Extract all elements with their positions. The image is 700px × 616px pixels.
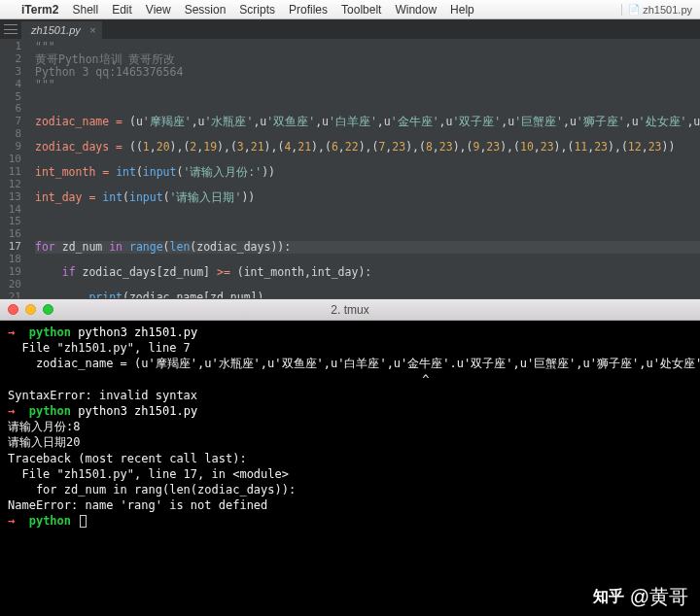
menu-help[interactable]: Help: [450, 3, 474, 17]
minimize-window-icon[interactable]: [25, 304, 36, 315]
watermark: @黄哥: [593, 584, 688, 610]
close-icon[interactable]: ×: [89, 24, 95, 36]
terminal-titlebar[interactable]: 2. tmux: [0, 299, 700, 321]
close-window-icon[interactable]: [8, 304, 18, 315]
menu-window[interactable]: Window: [395, 3, 437, 17]
tab-label: zh1501.py: [31, 24, 81, 36]
zoom-window-icon[interactable]: [43, 304, 53, 315]
editor-tabbar: zh1501.py ×: [0, 19, 700, 39]
line-gutter: 1234567891011121314151617181920212223: [0, 39, 27, 298]
sidebar-toggle-icon[interactable]: [4, 23, 18, 35]
window-controls: [8, 304, 53, 315]
menu-session[interactable]: Session: [185, 3, 227, 17]
menu-toolbelt[interactable]: Toolbelt: [341, 3, 381, 17]
macos-menubar: iTerm2 Shell Edit View Session Scripts P…: [0, 0, 700, 19]
code-area[interactable]: """黄哥Python培训 黄哥所改Python 3 qq:1465376564…: [27, 39, 700, 298]
menu-shell[interactable]: Shell: [72, 3, 98, 17]
app-name[interactable]: iTerm2: [21, 3, 58, 17]
editor-tab[interactable]: zh1501.py ×: [21, 21, 102, 39]
menu-view[interactable]: View: [146, 3, 171, 17]
menu-edit[interactable]: Edit: [112, 3, 132, 17]
terminal-title: 2. tmux: [331, 303, 368, 317]
menu-profiles[interactable]: Profiles: [289, 3, 328, 17]
editor-body[interactable]: 1234567891011121314151617181920212223 ""…: [0, 39, 700, 298]
editor-pane: zh1501.py × 1234567891011121314151617181…: [0, 19, 700, 298]
terminal-pane: 2. tmux → python python3 zh1501.py File …: [0, 298, 700, 588]
watermark-text: @黄哥: [630, 584, 688, 610]
menu-scripts[interactable]: Scripts: [239, 3, 275, 17]
terminal-body[interactable]: → python python3 zh1501.py File "zh1501.…: [0, 321, 700, 588]
menubar-doc-tab[interactable]: zh1501.py: [621, 4, 692, 16]
